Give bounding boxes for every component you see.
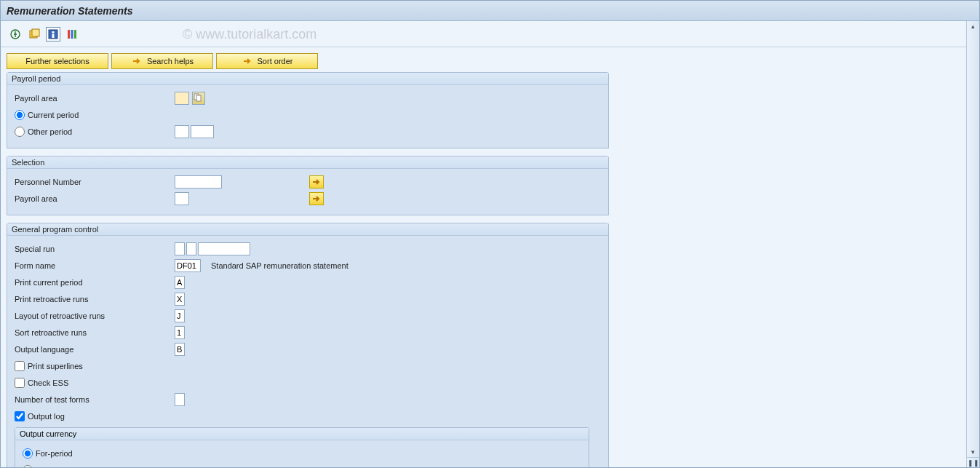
form-name-label: Form name: [15, 261, 175, 270]
special-run-input-2[interactable]: [186, 242, 196, 255]
selection-payroll-area-input[interactable]: [175, 192, 189, 205]
svg-rect-2: [32, 29, 39, 36]
payroll-period-legend: Payroll period: [7, 73, 608, 85]
layout-retro-label: Layout of retroactive runs: [15, 312, 175, 320]
other-period-input-1[interactable]: [175, 125, 189, 138]
svg-rect-4: [52, 31, 55, 33]
num-test-forms-input[interactable]: [175, 393, 185, 406]
multiple-selection-icon[interactable]: [309, 175, 324, 189]
other-period-radio-row[interactable]: Other period: [15, 127, 175, 137]
application-toolbar: © www.tutorialkart.com: [1, 21, 979, 47]
output-language-label: Output language: [15, 345, 175, 354]
layout-retro-input[interactable]: [175, 309, 185, 322]
print-superlines-label: Print superlines: [28, 362, 83, 370]
in-period-radio-row[interactable]: In-period: [23, 465, 183, 467]
svg-rect-8: [74, 30, 76, 39]
print-superlines-checkbox[interactable]: [15, 361, 25, 371]
scroll-up-icon[interactable]: ▴: [967, 21, 979, 31]
current-period-radio-row[interactable]: Current period: [15, 110, 175, 120]
search-helps-button[interactable]: Search helps: [111, 53, 213, 69]
current-period-label: Current period: [28, 111, 79, 119]
search-helps-label: Search helps: [147, 57, 194, 66]
general-program-control-panel: General program control Special run Form…: [7, 223, 609, 467]
output-currency-legend: Output currency: [15, 428, 589, 440]
svg-rect-5: [52, 34, 55, 38]
colors-icon[interactable]: [65, 27, 79, 41]
personnel-number-label: Personnel Number: [15, 178, 175, 186]
sort-retro-label: Sort retroactive runs: [15, 328, 175, 337]
content-area: Further selections Search helps Sort ord…: [1, 47, 979, 467]
in-period-radio[interactable]: [23, 465, 33, 467]
check-ess-checkbox[interactable]: [15, 378, 25, 388]
selection-legend: Selection: [7, 156, 608, 169]
in-period-label: In-period: [36, 466, 67, 467]
selection-buttons-row: Further selections Search helps Sort ord…: [7, 53, 973, 69]
svg-rect-6: [68, 30, 70, 39]
svg-rect-7: [71, 30, 73, 39]
special-run-input-1[interactable]: [175, 242, 185, 255]
num-test-forms-label: Number of test forms: [15, 395, 175, 404]
personnel-number-input[interactable]: [175, 175, 222, 189]
form-name-desc: Standard SAP remuneration statement: [211, 261, 348, 270]
page-title: Remuneration Statements: [7, 5, 132, 17]
special-run-label: Special run: [15, 245, 175, 253]
form-name-input[interactable]: [175, 259, 201, 272]
outer-scrollbar[interactable]: ▴ ▾ ❚❚: [966, 21, 979, 467]
output-log-label: Output log: [28, 412, 65, 421]
sort-retro-input[interactable]: [175, 326, 185, 339]
arrow-right-icon: [131, 55, 143, 67]
multiple-selection-icon[interactable]: [309, 192, 324, 205]
sort-order-button[interactable]: Sort order: [216, 53, 318, 69]
for-period-radio-row[interactable]: For-period: [23, 448, 183, 459]
svg-rect-10: [196, 95, 201, 101]
execute-icon[interactable]: [8, 27, 23, 41]
sort-order-label: Sort order: [258, 57, 293, 66]
check-ess-label: Check ESS: [28, 378, 68, 387]
scroll-down-icon[interactable]: ▾: [967, 447, 979, 457]
output-language-input[interactable]: [175, 343, 185, 356]
get-variant-icon[interactable]: [27, 27, 41, 41]
print-current-period-label: Print current period: [15, 278, 175, 287]
further-selections-label: Further selections: [25, 57, 89, 66]
other-period-input-2[interactable]: [191, 125, 214, 138]
print-retro-input[interactable]: [175, 293, 185, 306]
payroll-area-input[interactable]: [175, 92, 189, 105]
other-period-radio[interactable]: [15, 127, 25, 137]
print-retro-label: Print retroactive runs: [15, 295, 175, 304]
other-period-label: Other period: [28, 127, 72, 136]
current-period-radio[interactable]: [15, 110, 25, 120]
payroll-area-label: Payroll area: [15, 94, 175, 103]
title-bar: Remuneration Statements: [1, 1, 979, 21]
output-log-checkbox[interactable]: [15, 411, 25, 421]
for-period-radio[interactable]: [23, 448, 33, 459]
special-run-input-3[interactable]: [198, 242, 250, 255]
payroll-period-panel: Payroll period Payroll area Current peri…: [7, 72, 609, 148]
further-selections-button[interactable]: Further selections: [7, 53, 108, 69]
general-legend: General program control: [7, 223, 608, 236]
selection-panel: Selection Personnel Number Payroll area: [7, 156, 609, 215]
program-docs-icon[interactable]: [46, 27, 60, 41]
watermark-text: © www.tutorialkart.com: [183, 27, 316, 42]
selection-payroll-area-label: Payroll area: [15, 194, 175, 203]
arrow-right-icon: [242, 55, 253, 67]
scroll-pause-icon[interactable]: ❚❚: [967, 457, 979, 467]
for-period-label: For-period: [36, 449, 73, 458]
print-current-period-input[interactable]: [175, 276, 185, 289]
output-currency-panel: Output currency For-period In-period: [15, 427, 589, 467]
f4-help-icon[interactable]: [192, 92, 205, 105]
